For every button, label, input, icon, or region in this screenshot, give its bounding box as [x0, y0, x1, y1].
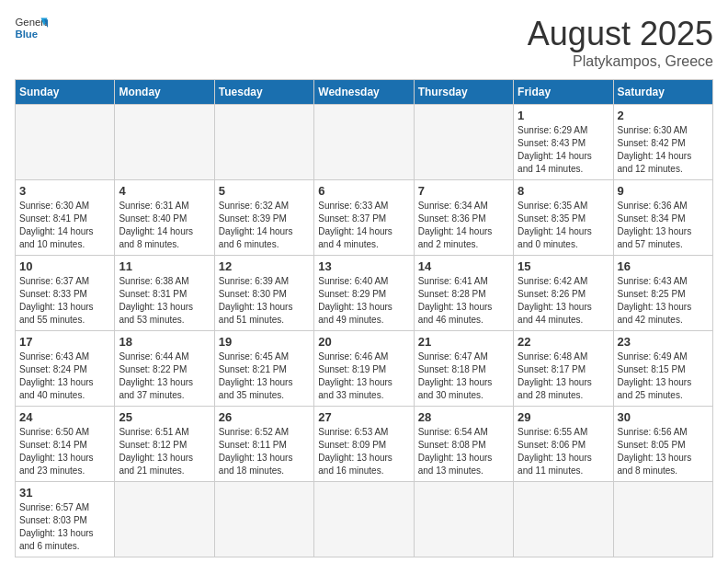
calendar-week-5: 24Sunrise: 6:50 AM Sunset: 8:14 PM Dayli… — [16, 407, 713, 482]
day-info: Sunrise: 6:36 AM Sunset: 8:34 PM Dayligh… — [618, 200, 709, 251]
day-number: 11 — [119, 259, 210, 273]
calendar-cell — [214, 105, 313, 180]
day-number: 26 — [219, 410, 310, 424]
calendar-header: SundayMondayTuesdayWednesdayThursdayFrid… — [16, 80, 713, 105]
day-number: 25 — [119, 410, 210, 424]
day-number: 22 — [518, 335, 609, 349]
day-info: Sunrise: 6:31 AM Sunset: 8:40 PM Dayligh… — [119, 200, 210, 251]
calendar-cell: 23Sunrise: 6:49 AM Sunset: 8:15 PM Dayli… — [613, 331, 712, 407]
calendar-cell — [414, 482, 513, 557]
day-info: Sunrise: 6:39 AM Sunset: 8:30 PM Dayligh… — [219, 275, 310, 327]
calendar-cell: 13Sunrise: 6:40 AM Sunset: 8:29 PM Dayli… — [314, 256, 414, 331]
day-number: 6 — [318, 184, 409, 198]
day-number: 19 — [219, 335, 310, 349]
calendar-cell: 19Sunrise: 6:45 AM Sunset: 8:21 PM Dayli… — [214, 331, 313, 407]
calendar-cell: 17Sunrise: 6:43 AM Sunset: 8:24 PM Dayli… — [16, 331, 115, 407]
calendar-cell — [613, 482, 712, 557]
calendar-cell — [514, 482, 613, 557]
day-number: 1 — [518, 109, 609, 122]
day-number: 31 — [19, 486, 110, 500]
calendar-cell — [314, 482, 414, 557]
day-number: 14 — [418, 259, 509, 273]
calendar-cell: 16Sunrise: 6:43 AM Sunset: 8:25 PM Dayli… — [613, 256, 712, 331]
day-info: Sunrise: 6:53 AM Sunset: 8:09 PM Dayligh… — [318, 426, 409, 477]
calendar-cell: 28Sunrise: 6:54 AM Sunset: 8:08 PM Dayli… — [414, 407, 513, 482]
calendar-cell: 10Sunrise: 6:37 AM Sunset: 8:33 PM Dayli… — [16, 256, 115, 331]
day-number: 2 — [618, 109, 709, 122]
generalblue-logo-icon: General Blue — [15, 15, 48, 40]
day-number: 3 — [19, 184, 110, 198]
day-number: 16 — [618, 259, 709, 273]
day-info: Sunrise: 6:45 AM Sunset: 8:21 PM Dayligh… — [219, 350, 310, 402]
calendar-week-2: 3Sunrise: 6:30 AM Sunset: 8:41 PM Daylig… — [16, 180, 713, 256]
day-info: Sunrise: 6:47 AM Sunset: 8:18 PM Dayligh… — [418, 350, 509, 402]
column-header-thursday: Thursday — [414, 80, 513, 105]
calendar-cell: 11Sunrise: 6:38 AM Sunset: 8:31 PM Dayli… — [115, 256, 214, 331]
calendar-cell — [314, 105, 414, 180]
column-header-friday: Friday — [514, 80, 613, 105]
day-info: Sunrise: 6:33 AM Sunset: 8:37 PM Dayligh… — [318, 200, 409, 251]
calendar-cell: 31Sunrise: 6:57 AM Sunset: 8:03 PM Dayli… — [16, 482, 115, 557]
day-info: Sunrise: 6:49 AM Sunset: 8:15 PM Dayligh… — [618, 350, 709, 402]
day-number: 7 — [418, 184, 509, 198]
calendar-cell: 21Sunrise: 6:47 AM Sunset: 8:18 PM Dayli… — [414, 331, 513, 407]
calendar-cell: 2Sunrise: 6:30 AM Sunset: 8:42 PM Daylig… — [613, 105, 712, 180]
calendar-cell: 30Sunrise: 6:56 AM Sunset: 8:05 PM Dayli… — [613, 407, 712, 482]
column-header-monday: Monday — [115, 80, 214, 105]
calendar-cell: 4Sunrise: 6:31 AM Sunset: 8:40 PM Daylig… — [115, 180, 214, 256]
calendar-cell: 9Sunrise: 6:36 AM Sunset: 8:34 PM Daylig… — [613, 180, 712, 256]
calendar-cell: 25Sunrise: 6:51 AM Sunset: 8:12 PM Dayli… — [115, 407, 214, 482]
day-info: Sunrise: 6:41 AM Sunset: 8:28 PM Dayligh… — [418, 275, 509, 327]
day-info: Sunrise: 6:34 AM Sunset: 8:36 PM Dayligh… — [418, 200, 509, 251]
calendar-cell — [115, 105, 214, 180]
calendar-cell: 8Sunrise: 6:35 AM Sunset: 8:35 PM Daylig… — [514, 180, 613, 256]
calendar-cell: 24Sunrise: 6:50 AM Sunset: 8:14 PM Dayli… — [16, 407, 115, 482]
calendar-cell: 29Sunrise: 6:55 AM Sunset: 8:06 PM Dayli… — [514, 407, 613, 482]
calendar-body: 1Sunrise: 6:29 AM Sunset: 8:43 PM Daylig… — [16, 105, 713, 557]
day-info: Sunrise: 6:37 AM Sunset: 8:33 PM Dayligh… — [19, 275, 110, 327]
title-block: August 2025 Platykampos, Greece — [528, 15, 713, 70]
column-header-saturday: Saturday — [613, 80, 712, 105]
day-number: 27 — [318, 410, 409, 424]
day-number: 21 — [418, 335, 509, 349]
day-info: Sunrise: 6:54 AM Sunset: 8:08 PM Dayligh… — [418, 426, 509, 477]
day-number: 12 — [219, 259, 310, 273]
calendar-cell: 6Sunrise: 6:33 AM Sunset: 8:37 PM Daylig… — [314, 180, 414, 256]
day-info: Sunrise: 6:43 AM Sunset: 8:24 PM Dayligh… — [19, 350, 110, 402]
day-number: 20 — [318, 335, 409, 349]
calendar-cell — [16, 105, 115, 180]
day-number: 18 — [119, 335, 210, 349]
calendar-cell — [115, 482, 214, 557]
day-info: Sunrise: 6:50 AM Sunset: 8:14 PM Dayligh… — [19, 426, 110, 477]
column-header-sunday: Sunday — [16, 80, 115, 105]
day-number: 10 — [19, 259, 110, 273]
calendar-week-3: 10Sunrise: 6:37 AM Sunset: 8:33 PM Dayli… — [16, 256, 713, 331]
calendar-cell: 22Sunrise: 6:48 AM Sunset: 8:17 PM Dayli… — [514, 331, 613, 407]
day-number: 4 — [119, 184, 210, 198]
calendar-cell: 5Sunrise: 6:32 AM Sunset: 8:39 PM Daylig… — [214, 180, 313, 256]
logo: General Blue — [15, 15, 48, 40]
day-number: 17 — [19, 335, 110, 349]
column-header-wednesday: Wednesday — [314, 80, 414, 105]
day-info: Sunrise: 6:56 AM Sunset: 8:05 PM Dayligh… — [618, 426, 709, 477]
day-number: 23 — [618, 335, 709, 349]
day-number: 15 — [518, 259, 609, 273]
day-info: Sunrise: 6:42 AM Sunset: 8:26 PM Dayligh… — [518, 275, 609, 327]
day-number: 8 — [518, 184, 609, 198]
day-info: Sunrise: 6:44 AM Sunset: 8:22 PM Dayligh… — [119, 350, 210, 402]
day-number: 28 — [418, 410, 509, 424]
calendar-cell: 1Sunrise: 6:29 AM Sunset: 8:43 PM Daylig… — [514, 105, 613, 180]
calendar-week-1: 1Sunrise: 6:29 AM Sunset: 8:43 PM Daylig… — [16, 105, 713, 180]
calendar-cell: 27Sunrise: 6:53 AM Sunset: 8:09 PM Dayli… — [314, 407, 414, 482]
day-number: 13 — [318, 259, 409, 273]
day-info: Sunrise: 6:46 AM Sunset: 8:19 PM Dayligh… — [318, 350, 409, 402]
calendar-week-6: 31Sunrise: 6:57 AM Sunset: 8:03 PM Dayli… — [16, 482, 713, 557]
day-number: 5 — [219, 184, 310, 198]
calendar-cell — [414, 105, 513, 180]
page-header: General Blue August 2025 Platykampos, Gr… — [15, 15, 713, 70]
calendar-cell: 15Sunrise: 6:42 AM Sunset: 8:26 PM Dayli… — [514, 256, 613, 331]
day-info: Sunrise: 6:48 AM Sunset: 8:17 PM Dayligh… — [518, 350, 609, 402]
calendar-subtitle: Platykampos, Greece — [528, 53, 713, 70]
day-number: 24 — [19, 410, 110, 424]
day-info: Sunrise: 6:32 AM Sunset: 8:39 PM Dayligh… — [219, 200, 310, 251]
